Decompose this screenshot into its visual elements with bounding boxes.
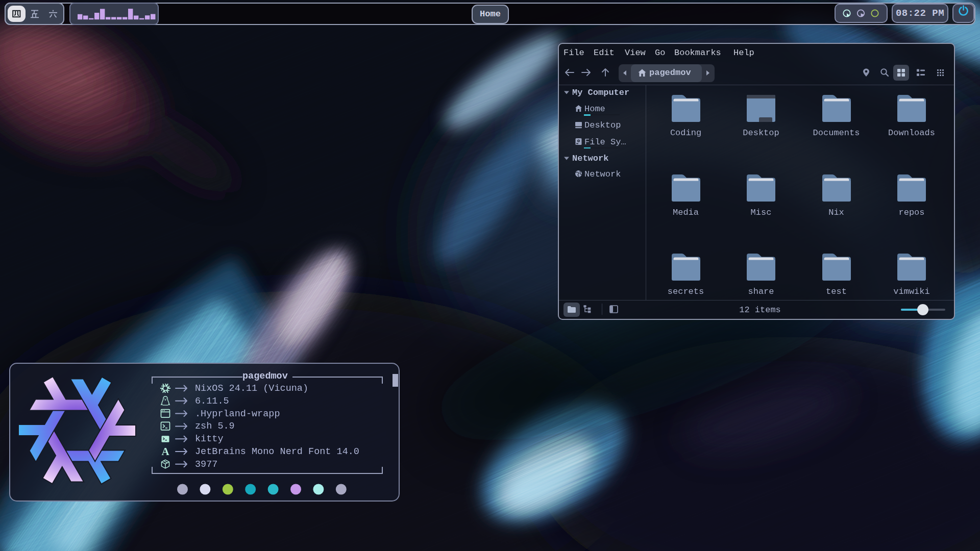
svg-text:A: A (161, 445, 169, 458)
